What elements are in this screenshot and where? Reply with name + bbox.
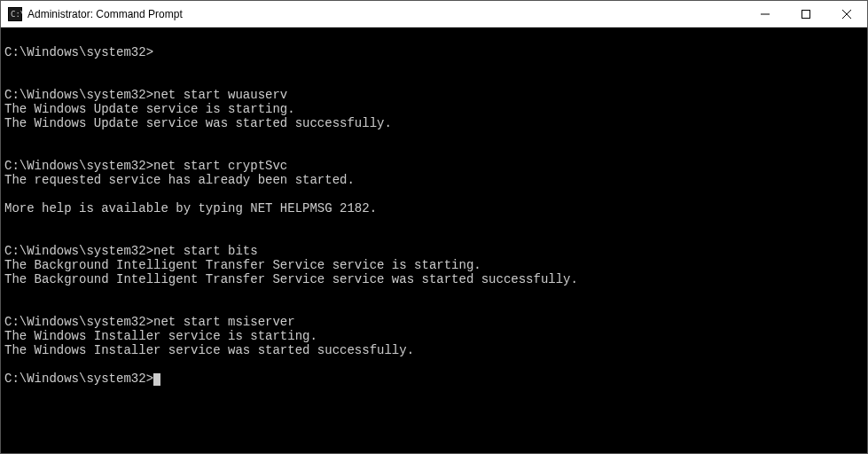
window-controls <box>745 1 867 27</box>
terminal-blank-line <box>4 301 864 315</box>
terminal-blank-line <box>4 230 864 244</box>
terminal-output-line: The Background Intelligent Transfer Serv… <box>4 258 864 272</box>
terminal-blank-line <box>4 286 864 301</box>
terminal-output-line: The Windows Installer service is startin… <box>4 329 864 343</box>
terminal-command-line: C:\Windows\system32>net start bits <box>4 244 864 258</box>
svg-text:C:\: C:\ <box>11 10 22 19</box>
terminal-blank-line <box>4 59 864 74</box>
titlebar[interactable]: C:\ Administrator: Command Prompt <box>1 1 867 27</box>
terminal-area[interactable]: C:\Windows\system32>C:\Windows\system32>… <box>1 27 867 453</box>
terminal-blank-line <box>4 215 864 230</box>
terminal-blank-line <box>4 31 864 45</box>
terminal-output-line: The Windows Installer service was starte… <box>4 343 864 357</box>
svg-rect-4 <box>802 10 810 18</box>
window-title: Administrator: Command Prompt <box>27 8 745 20</box>
terminal-blank-line <box>4 74 864 88</box>
command-prompt-window: C:\ Administrator: Command Prompt C:\Win… <box>0 0 868 454</box>
terminal-blank-line <box>4 145 864 159</box>
cursor-icon <box>153 373 160 386</box>
terminal-command-line: C:\Windows\system32>net start cryptSvc <box>4 159 864 173</box>
close-button[interactable] <box>826 1 867 27</box>
terminal-output-line: The Background Intelligent Transfer Serv… <box>4 272 864 286</box>
terminal-output-line: The Windows Update service is starting. <box>4 102 864 116</box>
terminal-command-line: C:\Windows\system32>net start wuauserv <box>4 88 864 102</box>
minimize-button[interactable] <box>745 1 786 27</box>
terminal-blank-line <box>4 357 864 372</box>
terminal-blank-line <box>4 187 864 201</box>
prompt-text: C:\Windows\system32> <box>4 372 153 386</box>
terminal-active-prompt[interactable]: C:\Windows\system32> <box>4 372 864 386</box>
terminal-blank-line <box>4 130 864 145</box>
terminal-output-line: More help is available by typing NET HEL… <box>4 201 864 215</box>
cmd-icon: C:\ <box>8 7 22 21</box>
terminal-output-line: The requested service has already been s… <box>4 173 864 187</box>
maximize-button[interactable] <box>786 1 826 27</box>
terminal-command-line: C:\Windows\system32>net start msiserver <box>4 315 864 329</box>
terminal-command-line: C:\Windows\system32> <box>4 45 864 59</box>
terminal-output-line: The Windows Update service was started s… <box>4 116 864 130</box>
